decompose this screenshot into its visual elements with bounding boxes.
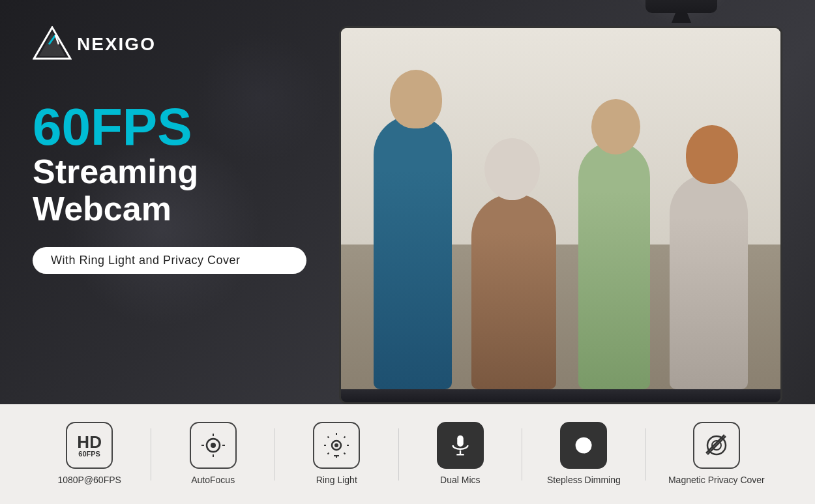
- svg-point-5: [211, 443, 216, 448]
- hd-icon: HD 60FPS: [77, 434, 102, 458]
- divider-4: [522, 428, 522, 481]
- privacy-cover-icon: [704, 432, 730, 458]
- svg-point-11: [334, 443, 338, 447]
- mic-icon: [448, 433, 473, 458]
- fps-headline: 60FPS Streaming Webcam: [33, 101, 306, 247]
- monitor-frame: [339, 26, 782, 404]
- divider-5: [645, 428, 646, 481]
- feature-label-dual-mics: Dual Mics: [440, 474, 480, 486]
- ring-light-icon: [323, 432, 349, 458]
- webcam-device: NEXIGO: [645, 0, 717, 23]
- fps-label: 60FPS: [33, 101, 306, 153]
- svg-line-29: [706, 435, 724, 453]
- nexigo-logo-icon: [33, 26, 72, 62]
- autofocus-icon: [200, 432, 226, 458]
- hd-icon-box: HD 60FPS: [66, 422, 113, 469]
- svg-line-18: [344, 437, 346, 438]
- hero-title: Streaming Webcam: [33, 153, 306, 228]
- person-3-body: [471, 194, 556, 389]
- dimming-icon: [571, 433, 596, 458]
- svg-line-17: [344, 453, 346, 454]
- feature-hd-60fps: HD 60FPS 1080P@60FPS: [50, 422, 128, 486]
- svg-rect-22: [457, 436, 464, 447]
- person-4-head: [686, 125, 738, 184]
- divider-3: [398, 428, 399, 481]
- monitor-bezel-bottom: [341, 389, 780, 402]
- person-2-head: [591, 99, 640, 155]
- hd-text: HD: [77, 434, 102, 451]
- svg-line-19: [328, 453, 329, 454]
- main-container: NEXIGO 60FPS Streaming Webcam With Ring …: [0, 0, 815, 504]
- right-panel: NEXIGO: [339, 0, 815, 404]
- bottom-features-bar: HD 60FPS 1080P@60FPS AutoFocus: [0, 404, 815, 504]
- feature-ring-light: Ring Light: [297, 422, 376, 486]
- left-panel: NEXIGO 60FPS Streaming Webcam With Ring …: [0, 0, 339, 404]
- feature-stepless-dimming: Stepless Dimming: [544, 422, 623, 486]
- webcam-mount: [672, 13, 691, 23]
- person-1-head: [390, 70, 442, 128]
- monitor-screen: [341, 28, 780, 389]
- feature-label-privacy: Magnetic Privacy Cover: [668, 474, 765, 486]
- top-section: NEXIGO 60FPS Streaming Webcam With Ring …: [0, 0, 815, 404]
- ring-light-icon-box: [313, 422, 360, 469]
- webcam-body: NEXIGO: [645, 0, 717, 13]
- privacy-icon-box: [693, 422, 740, 469]
- monitor-wrapper: NEXIGO: [339, 26, 782, 404]
- person-2-body: [578, 141, 650, 389]
- divider-1: [151, 428, 151, 481]
- divider-2: [274, 428, 275, 481]
- logo-area: NEXIGO: [33, 26, 306, 62]
- feature-label-dimming: Stepless Dimming: [547, 474, 621, 486]
- feature-label-ring-light: Ring Light: [316, 474, 357, 486]
- person-3-head: [484, 138, 540, 200]
- dual-mics-icon-box: [437, 422, 484, 469]
- brand-name: NEXIGO: [77, 34, 156, 55]
- dimming-icon-box: [560, 422, 607, 469]
- person-1-body: [374, 115, 452, 389]
- svg-line-16: [328, 437, 329, 438]
- feature-label-hd: 1080P@60FPS: [57, 474, 121, 486]
- feature-label-autofocus: AutoFocus: [191, 474, 235, 486]
- autofocus-icon-box: [190, 422, 237, 469]
- feature-privacy-cover: Magnetic Privacy Cover: [668, 422, 765, 486]
- family-photo: [341, 28, 780, 389]
- person-4-body: [670, 174, 748, 389]
- feature-autofocus: AutoFocus: [174, 422, 252, 486]
- hd-fps-sub: 60FPS: [78, 451, 100, 458]
- tagline-pill: With Ring Light and Privacy Cover: [33, 247, 306, 274]
- feature-dual-mics: Dual Mics: [421, 422, 499, 486]
